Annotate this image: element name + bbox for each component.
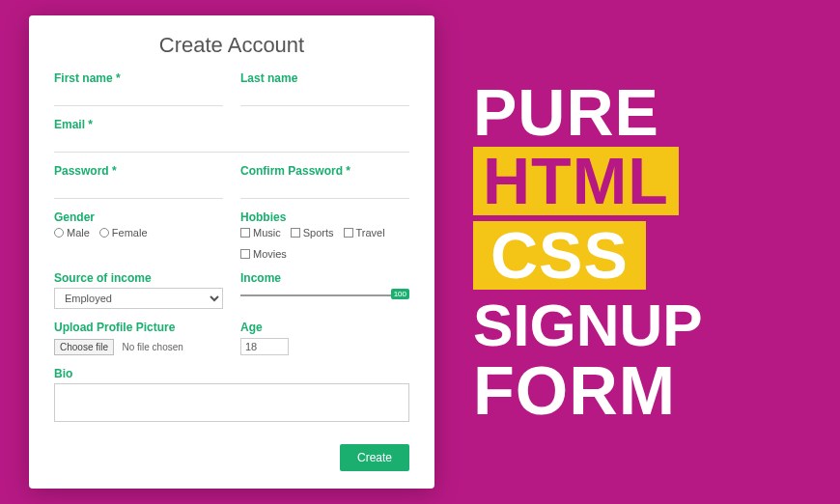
password-label: Password * xyxy=(54,164,223,178)
hobby-movies[interactable]: Movies xyxy=(240,248,287,260)
age-label: Age xyxy=(240,321,409,334)
income-slider[interactable]: 100 xyxy=(240,289,409,302)
last-name-label: Last name xyxy=(240,71,409,85)
confirm-password-label: Confirm Password * xyxy=(240,164,409,178)
bio-textarea[interactable] xyxy=(54,383,409,422)
income-badge: 100 xyxy=(391,289,409,299)
choose-file-button[interactable]: Choose file xyxy=(54,339,114,355)
headline-signup: SIGNUP xyxy=(473,295,703,355)
hobby-travel[interactable]: Travel xyxy=(344,227,385,238)
first-name-label: First name * xyxy=(54,71,223,85)
confirm-password-input[interactable] xyxy=(240,182,409,199)
age-input[interactable] xyxy=(240,338,289,355)
income-label: Income xyxy=(240,271,409,285)
first-name-input[interactable] xyxy=(54,90,223,106)
gender-option-male[interactable]: Male xyxy=(54,227,90,238)
gender-option-female[interactable]: Female xyxy=(99,227,148,238)
headline-form: FORM xyxy=(473,357,676,425)
headline-panel: PURE HTML CSS SIGNUP FORM xyxy=(463,0,840,504)
gender-label: Gender xyxy=(54,210,223,224)
last-name-input[interactable] xyxy=(240,90,409,106)
signup-card: Create Account First name * Last name Em… xyxy=(29,15,434,489)
email-input[interactable] xyxy=(54,136,409,153)
income-source-label: Source of income xyxy=(54,271,223,285)
bio-label: Bio xyxy=(54,367,409,380)
email-label: Email * xyxy=(54,118,409,131)
create-button[interactable]: Create xyxy=(340,444,409,471)
income-source-select[interactable]: Employed xyxy=(54,288,223,309)
hobbies-label: Hobbies xyxy=(240,210,409,224)
file-status: No file chosen xyxy=(122,342,182,352)
headline-pure: PURE xyxy=(473,79,659,145)
form-title: Create Account xyxy=(54,33,409,58)
upload-label: Upload Profile Picture xyxy=(54,321,223,334)
hobby-sports[interactable]: Sports xyxy=(291,227,334,238)
form-panel: Create Account First name * Last name Em… xyxy=(0,0,463,504)
hobby-music[interactable]: Music xyxy=(240,227,281,238)
headline-css: CSS xyxy=(473,221,646,290)
password-input[interactable] xyxy=(54,182,223,199)
headline-html: HTML xyxy=(473,147,679,215)
